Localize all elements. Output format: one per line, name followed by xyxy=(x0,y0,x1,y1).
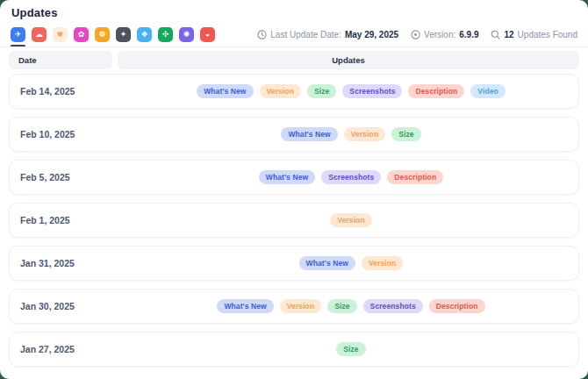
tag-badge: Screenshots xyxy=(363,299,423,313)
results-count: 12 xyxy=(504,30,513,39)
tag-badge: Size xyxy=(327,299,356,313)
tag-badge: Screenshots xyxy=(321,170,381,184)
tag-badge: Version xyxy=(362,256,403,270)
app-icon-6-glyph: ✦ xyxy=(120,31,127,39)
version-target-icon xyxy=(411,30,420,39)
tag-badge: Description xyxy=(408,84,464,98)
tag-badge: Size xyxy=(307,84,336,98)
app-icon-3-glyph: ✾ xyxy=(57,31,64,39)
app-icon-10[interactable]: ◒ xyxy=(200,27,215,42)
table-row[interactable]: Jan 30, 2025What's NewVersionSizeScreens… xyxy=(9,289,579,324)
table-row[interactable]: Feb 5, 2025What's NewScreenshotsDescript… xyxy=(9,160,579,195)
app-icon-5-glyph: ❁ xyxy=(99,31,106,39)
row-tags: What's NewVersionSizeScreenshotsDescript… xyxy=(124,84,578,98)
row-date: Feb 10, 2025 xyxy=(10,129,124,139)
last-update-value: May 29, 2025 xyxy=(345,30,398,39)
app-icon-1[interactable]: ✈ xyxy=(11,27,25,42)
toolbar-divider xyxy=(0,46,588,47)
table-row[interactable]: Jan 27, 2025Size xyxy=(9,332,579,367)
search-icon xyxy=(491,30,500,39)
app-icon-5[interactable]: ❁ xyxy=(95,27,110,42)
version-value: 6.9.9 xyxy=(459,30,478,39)
row-tags: What's NewVersionSizeScreenshotsDescript… xyxy=(124,299,578,313)
clock-icon xyxy=(257,30,267,39)
row-date: Feb 14, 2025 xyxy=(10,86,124,97)
app-icon-2[interactable]: ☁ xyxy=(32,27,47,42)
row-date: Feb 1, 2025 xyxy=(10,215,124,225)
tag-badge: Size xyxy=(336,342,365,356)
page-title: Updates xyxy=(11,6,58,19)
updates-panel: Updates ✈☁✾✿❁✦❖✣✺◒ Last Update Date: May… xyxy=(0,0,588,379)
app-icon-8[interactable]: ✣ xyxy=(158,27,173,42)
app-icon-10-glyph: ◒ xyxy=(205,31,210,39)
tag-badge: Description xyxy=(387,170,443,184)
tag-badge: Version xyxy=(280,299,321,313)
version-meta: Version: 6.9.9 xyxy=(411,30,478,39)
app-icon-tabs: ✈☁✾✿❁✦❖✣✺◒ xyxy=(11,27,215,42)
toolbar: ✈☁✾✿❁✦❖✣✺◒ Last Update Date: May 29, 202… xyxy=(11,25,577,43)
app-icon-7[interactable]: ❖ xyxy=(137,27,152,42)
app-icon-9[interactable]: ✺ xyxy=(179,27,194,42)
tag-badge: What's New xyxy=(259,170,315,184)
app-icon-4-glyph: ✿ xyxy=(78,31,85,39)
last-update-label: Last Update Date: xyxy=(270,30,341,39)
tag-badge: What's New xyxy=(197,84,253,98)
results-label: Updates Found xyxy=(518,30,577,39)
row-tags: What's NewScreenshotsDescription xyxy=(124,170,578,184)
tag-badge: Version xyxy=(344,127,385,141)
row-date: Feb 5, 2025 xyxy=(10,172,124,182)
tag-badge: What's New xyxy=(281,127,337,141)
tag-badge: Size xyxy=(391,127,420,141)
last-update-meta: Last Update Date: May 29, 2025 xyxy=(257,30,398,39)
tag-badge: What's New xyxy=(299,256,355,270)
meta-info: Last Update Date: May 29, 2025 Version: … xyxy=(257,30,577,39)
tag-badge: What's New xyxy=(217,299,273,313)
row-date: Jan 30, 2025 xyxy=(10,301,124,311)
tag-badge: Version xyxy=(330,213,371,227)
table-header: Date Updates xyxy=(9,51,579,69)
tag-badge: Description xyxy=(429,299,485,313)
row-date: Jan 31, 2025 xyxy=(10,258,124,268)
column-header-date: Date xyxy=(9,51,112,69)
results-meta: 12 Updates Found xyxy=(491,30,577,39)
updates-table-body: Feb 14, 2025What's NewVersionSizeScreens… xyxy=(9,74,579,367)
tag-badge: Screenshots xyxy=(342,84,402,98)
version-label: Version: xyxy=(424,30,455,39)
table-row[interactable]: Feb 1, 2025Version xyxy=(9,203,579,238)
app-icon-7-glyph: ❖ xyxy=(140,31,147,39)
table-row[interactable]: Jan 31, 2025What's NewVersion xyxy=(9,246,579,281)
app-icon-3[interactable]: ✾ xyxy=(53,27,68,42)
app-icon-8-glyph: ✣ xyxy=(162,31,169,39)
tag-badge: Video xyxy=(470,84,506,98)
app-icon-1-glyph: ✈ xyxy=(15,31,22,39)
row-date: Jan 27, 2025 xyxy=(10,344,124,354)
app-icon-9-glyph: ✺ xyxy=(183,31,190,39)
table-row[interactable]: Feb 10, 2025What's NewVersionSize xyxy=(9,117,579,152)
app-icon-6[interactable]: ✦ xyxy=(116,27,131,42)
row-tags: What's NewVersionSize xyxy=(124,127,578,141)
app-icon-4[interactable]: ✿ xyxy=(74,27,89,42)
table-row[interactable]: Feb 14, 2025What's NewVersionSizeScreens… xyxy=(9,74,579,109)
row-tags: Version xyxy=(124,213,578,227)
row-tags: What's NewVersion xyxy=(124,256,578,270)
row-tags: Size xyxy=(124,342,578,356)
app-icon-2-glyph: ☁ xyxy=(35,31,43,39)
tag-badge: Version xyxy=(260,84,301,98)
column-header-updates: Updates xyxy=(118,51,579,69)
